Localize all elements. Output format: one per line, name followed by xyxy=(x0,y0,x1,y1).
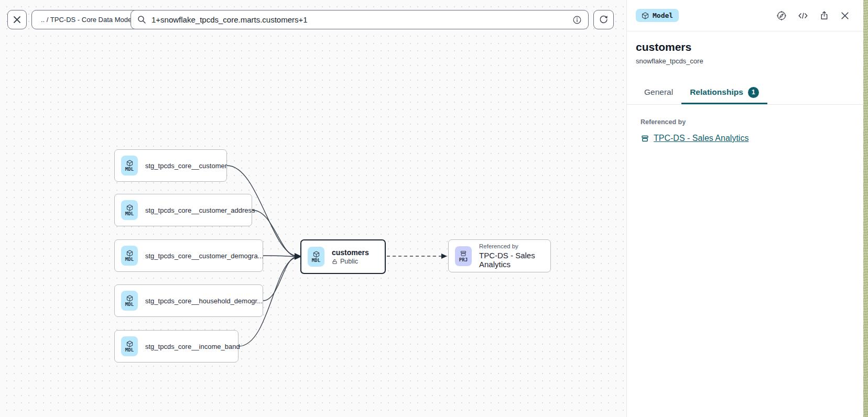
node-access-row: Public xyxy=(332,258,369,265)
referenced-by-project-link[interactable]: TPC-DS - Sales Analytics xyxy=(654,134,748,143)
unlock-icon xyxy=(332,259,338,265)
refresh-button[interactable] xyxy=(593,10,614,29)
model-badge-label: Model xyxy=(653,12,673,19)
breadcrumb[interactable]: .. / TPC-DS - Core Data Models xyxy=(31,10,146,29)
referenced-by-label: Referenced by xyxy=(641,118,850,126)
lineage-node-referencing-project[interactable]: PRJ Referenced by TPC-DS - Sales Analyti… xyxy=(448,239,551,272)
panel-body: customers snowflake_tpcds_core General R… xyxy=(627,31,863,143)
project-type-badge: PRJ xyxy=(455,246,472,266)
node-title: customers xyxy=(332,248,369,257)
lineage-search-bar[interactable] xyxy=(131,10,589,29)
node-access-label: Public xyxy=(340,258,358,265)
lineage-node-stg-customer-address[interactable]: MDL stg_tpcds_core__customer_address xyxy=(114,194,252,226)
node-label: stg_tpcds_core__customer xyxy=(145,162,227,170)
cube-icon xyxy=(126,204,133,211)
panel-header: Model xyxy=(627,0,863,31)
panel-actions xyxy=(775,9,851,22)
cube-icon xyxy=(313,251,320,258)
explore-lineage-button[interactable] xyxy=(775,9,788,22)
node-label: stg_tpcds_core__income_band xyxy=(145,343,240,350)
node-label: stg_tpcds_core__household_demogr... xyxy=(145,297,263,305)
tab-general[interactable]: General xyxy=(636,80,681,104)
code-icon xyxy=(798,11,808,20)
relationships-count-badge: 1 xyxy=(748,87,759,98)
lineage-node-stg-customer[interactable]: MDL stg_tpcds_core__customer xyxy=(114,149,227,182)
node-label: stg_tpcds_core__customer_demogra... xyxy=(145,252,263,260)
panel-title: customers xyxy=(636,41,854,53)
node-kicker: Referenced by xyxy=(479,243,544,249)
model-type-badge: MDL xyxy=(121,200,138,220)
referenced-by-item[interactable]: TPC-DS - Sales Analytics xyxy=(641,134,850,143)
share-button[interactable] xyxy=(818,9,830,21)
info-icon[interactable] xyxy=(572,15,582,25)
refresh-icon xyxy=(599,15,609,25)
project-icon xyxy=(460,250,467,257)
lineage-node-stg-customer-demographics[interactable]: MDL stg_tpcds_core__customer_demogra... xyxy=(114,239,263,272)
tab-relationships-label: Relationships xyxy=(690,87,743,97)
model-type-badge: MDL xyxy=(121,291,138,311)
desktop-wallpaper-edge xyxy=(863,0,868,417)
cube-icon xyxy=(642,12,649,19)
cube-icon xyxy=(126,160,133,167)
model-type-badge: MDL xyxy=(308,247,324,267)
node-label: stg_tpcds_core__customer_address xyxy=(145,206,255,214)
cube-icon xyxy=(126,295,133,302)
lineage-node-customers-selected[interactable]: MDL customers Public xyxy=(300,239,386,274)
details-panel: Model xyxy=(626,0,863,417)
search-input[interactable] xyxy=(151,15,567,24)
close-icon xyxy=(13,15,21,24)
view-code-button[interactable] xyxy=(797,10,809,21)
model-type-badge: MDL xyxy=(121,246,138,266)
close-panel-button[interactable] xyxy=(839,10,851,21)
model-type-badge: MDL xyxy=(121,156,138,175)
panel-tabs: General Relationships 1 xyxy=(627,80,863,105)
referenced-by-section: Referenced by TPC-DS - Sales Analytics xyxy=(636,105,854,143)
lineage-node-stg-household-demographics[interactable]: MDL stg_tpcds_core__household_demogr... xyxy=(114,284,263,317)
project-icon xyxy=(641,134,649,143)
search-icon xyxy=(137,15,146,24)
cube-icon xyxy=(126,341,133,347)
model-type-badge: MDL xyxy=(121,336,138,356)
model-badge: Model xyxy=(636,9,679,22)
panel-subtitle: snowflake_tpcds_core xyxy=(636,57,854,65)
close-icon xyxy=(840,11,850,20)
node-title: TPC-DS - Sales Analytics xyxy=(479,251,544,269)
close-lineage-button[interactable] xyxy=(7,10,27,29)
lineage-node-stg-income-band[interactable]: MDL stg_tpcds_core__income_band xyxy=(114,330,238,363)
cube-icon xyxy=(126,250,133,257)
share-icon xyxy=(819,10,829,20)
tab-relationships[interactable]: Relationships 1 xyxy=(681,80,767,104)
compass-icon xyxy=(776,10,787,21)
